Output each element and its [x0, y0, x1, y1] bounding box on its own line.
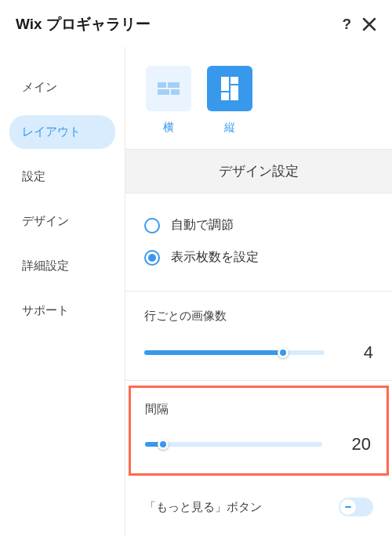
design-section-header: デザイン設定 — [125, 149, 392, 194]
sizing-radio-group: 自動で調節 表示枚数を設定 — [125, 194, 392, 292]
toggle-label: 「もっと見る」ボタン — [144, 500, 262, 515]
toggle-knob — [340, 499, 356, 515]
sidebar-item-settings[interactable]: 設定 — [9, 160, 115, 194]
spacing-value: 20 — [344, 434, 371, 455]
sidebar-item-support[interactable]: サポート — [9, 294, 115, 328]
header-actions: ? — [342, 16, 376, 33]
radio-label: 自動で調節 — [171, 217, 234, 234]
slider-row: 20 — [145, 434, 371, 455]
show-more-toggle[interactable] — [339, 498, 373, 516]
layout-option-label: 横 — [163, 121, 174, 135]
layout-option-label: 縦 — [224, 121, 235, 135]
spacing-highlight: 間隔 20 — [129, 386, 389, 476]
close-icon — [362, 17, 376, 31]
sidebar-item-layout[interactable]: レイアウト — [9, 115, 115, 149]
images-per-row-slider[interactable] — [144, 350, 325, 355]
slider-title: 行ごとの画像数 — [144, 309, 373, 324]
main-area: メイン レイアウト 設定 デザイン 詳細設定 サポート 横 — [0, 47, 392, 536]
help-button[interactable]: ? — [342, 16, 351, 33]
slider-row: 4 — [144, 342, 373, 363]
sidebar: メイン レイアウト 設定 デザイン 詳細設定 サポート — [0, 47, 125, 536]
slider-thumb[interactable] — [278, 347, 289, 358]
slider-thumb[interactable] — [158, 439, 169, 450]
radio-icon — [144, 250, 160, 266]
images-per-row-value: 4 — [347, 342, 373, 363]
layout-option-vertical[interactable]: 縦 — [207, 66, 252, 135]
layout-horizontal-icon — [146, 66, 191, 111]
radio-auto-adjust[interactable]: 自動で調節 — [144, 209, 373, 241]
panel-header: Wix プロギャラリー ? — [0, 0, 392, 47]
sidebar-item-design[interactable]: デザイン — [9, 205, 115, 238]
layout-option-horizontal[interactable]: 横 — [146, 66, 191, 135]
radio-set-count[interactable]: 表示枚数を設定 — [144, 241, 373, 273]
sidebar-item-main[interactable]: メイン — [9, 71, 115, 104]
layout-vertical-icon — [207, 66, 252, 111]
show-more-toggle-section: 「もっと見る」ボタン — [125, 480, 392, 534]
slider-fill — [144, 350, 283, 355]
images-per-row-section: 行ごとの画像数 4 — [125, 292, 392, 381]
panel-title: Wix プロギャラリー — [16, 14, 151, 34]
radio-label: 表示枚数を設定 — [171, 249, 259, 266]
spacing-slider[interactable] — [145, 442, 322, 447]
close-button[interactable] — [362, 17, 376, 31]
sidebar-item-advanced[interactable]: 詳細設定 — [9, 249, 115, 283]
content-panel: 横 縦 デザイン設定 自動で調節 表示枚数を設定 — [125, 47, 392, 536]
layout-orientation-group: 横 縦 — [125, 47, 392, 149]
radio-icon — [144, 218, 160, 234]
slider-title: 間隔 — [145, 402, 371, 417]
